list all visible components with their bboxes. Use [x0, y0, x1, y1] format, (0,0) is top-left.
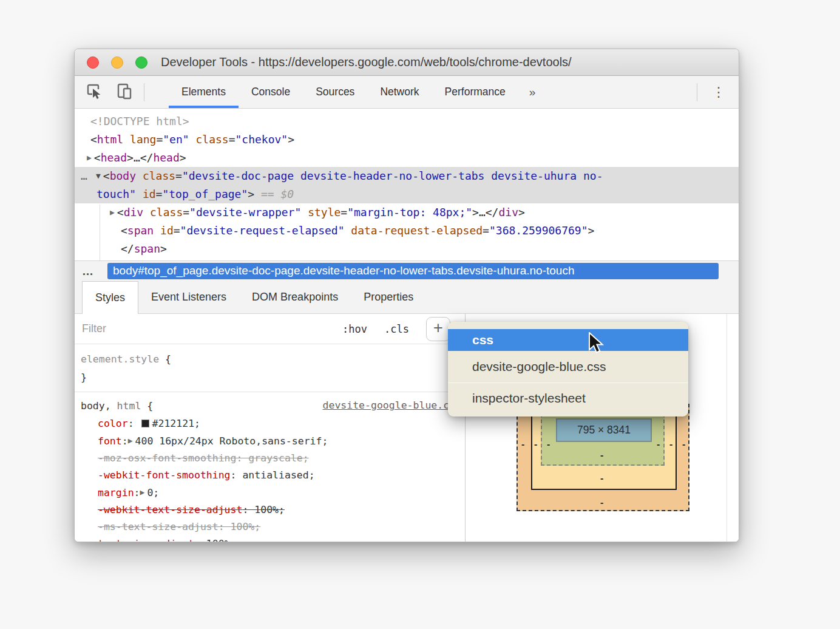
code-token: body,	[81, 400, 111, 412]
code-line[interactable]: <html lang="en" class="chekov">	[75, 131, 739, 149]
code-line[interactable]: margin:▶0;	[75, 484, 465, 501]
code-line[interactable]: ▶<ul class="kd-menulist devsite-hidden" …	[75, 258, 739, 260]
code-line[interactable]: -ms-text-size-adjust: 100%;	[75, 518, 465, 536]
minimize-button[interactable]	[111, 56, 123, 69]
tab-console[interactable]: Console	[239, 76, 303, 108]
code-token: "margin-top: 48px;"	[347, 206, 472, 219]
code-line[interactable]: ▼<body class="devsite-doc-page devsite-h…	[75, 167, 739, 185]
main-menu-button[interactable]: ⋮	[699, 76, 739, 108]
tab-dom-breakpoints[interactable]: DOM Breakpoints	[239, 281, 351, 313]
box-model-margin[interactable]: 795 × 8341 - - - - - - - - -	[517, 404, 689, 511]
element-style-rule[interactable]: element.style {}	[75, 344, 465, 392]
code-token: =	[183, 206, 189, 219]
breadcrumb: … body#top_of_page.devsite-doc-page.devs…	[75, 260, 739, 281]
menu-item-css[interactable]: css	[448, 329, 688, 351]
code-token: ▶	[128, 436, 135, 445]
margin-bottom-value[interactable]: -	[600, 500, 603, 506]
tab-network[interactable]: Network	[367, 76, 432, 108]
border-right-value[interactable]: -	[669, 441, 672, 447]
code-line[interactable]: -webkit-text-size-adjust: 100%;	[75, 501, 465, 518]
body-html-rule[interactable]: body, html { devsite-google-blue.css col…	[75, 392, 465, 542]
code-token	[136, 188, 143, 200]
code-token: "devsite-request-elapsed"	[180, 224, 345, 237]
code-line[interactable]: ▶<div class="devsite-wrapper" style="mar…	[75, 203, 739, 222]
code-line[interactable]: element.style {	[75, 350, 465, 369]
code-line[interactable]: }	[75, 369, 465, 387]
code-token: >	[127, 151, 134, 164]
kebab-menu-icon: ⋮	[712, 84, 725, 100]
breadcrumb-overflow-button[interactable]: …	[75, 265, 101, 278]
toggle-pseudo-class-button[interactable]: :hov	[342, 323, 367, 335]
box-model-border[interactable]: 795 × 8341	[531, 407, 677, 490]
filter-input[interactable]: Filter	[82, 322, 106, 335]
code-token: margin	[98, 487, 134, 498]
code-token	[123, 133, 130, 146]
gutter-ellipsis[interactable]: …	[81, 167, 87, 185]
margin-right-value[interactable]: -	[682, 441, 685, 447]
code-line[interactable]: </span>	[75, 240, 739, 258]
code-token: lang	[130, 133, 156, 146]
breadcrumb-selected-node[interactable]: body#top_of_page.devsite-doc-page.devsit…	[107, 263, 719, 279]
tab-properties[interactable]: Properties	[351, 281, 426, 313]
code-line[interactable]: color: #212121;	[75, 415, 465, 432]
tab-label: Event Listeners	[151, 291, 226, 304]
code-line[interactable]: text-size-adjust: 100%;	[75, 536, 465, 542]
close-button[interactable]	[87, 56, 99, 69]
plus-icon: +	[433, 320, 443, 336]
padding-right-value[interactable]: -	[657, 441, 660, 447]
margin-left-value[interactable]: -	[521, 441, 524, 447]
code-line[interactable]: -webkit-font-smoothing: antialiased;	[75, 467, 465, 484]
menu-item-devsite-google-blue[interactable]: devsite-google-blue.css	[448, 351, 688, 382]
inspect-element-button[interactable]	[83, 81, 105, 103]
code-token: >	[472, 206, 479, 219]
code-token	[301, 206, 308, 219]
code-token: <	[90, 133, 97, 146]
tab-styles[interactable]: Styles	[82, 281, 138, 314]
new-style-rule-button[interactable]: +	[426, 317, 450, 341]
device-toolbar-button[interactable]	[113, 81, 135, 103]
code-token: font	[98, 435, 122, 447]
elements-dom-tree[interactable]: <!DOCTYPE html><html lang="en" class="ch…	[75, 109, 739, 260]
code-token: >	[588, 224, 595, 237]
code-line[interactable]: -moz-osx-font-smoothing: grayscale;	[75, 450, 465, 467]
color-swatch	[141, 420, 149, 427]
panel-tabs: Elements Console Sources Network Perform…	[169, 76, 546, 108]
code-token: ▶	[140, 488, 147, 497]
code-token: }	[81, 372, 87, 383]
code-token: </	[121, 242, 134, 255]
border-left-value[interactable]: -	[534, 441, 537, 447]
code-token: </	[486, 206, 499, 219]
code-token: =	[156, 133, 163, 146]
code-line[interactable]: <!DOCTYPE html>	[75, 112, 739, 131]
window-title: Developer Tools - https://developers.goo…	[161, 55, 572, 69]
tab-sources[interactable]: Sources	[303, 76, 367, 108]
styles-pane: Filter :hov .cls + element.style {} body…	[75, 314, 466, 542]
padding-left-value[interactable]: -	[547, 441, 550, 447]
code-token: class	[143, 169, 175, 182]
styles-filter-bar: Filter :hov .cls +	[75, 314, 465, 344]
tab-elements[interactable]: Elements	[169, 76, 239, 108]
code-token: <	[117, 206, 124, 219]
zoom-button[interactable]	[135, 56, 147, 69]
code-token: id	[160, 224, 174, 237]
border-bottom-value[interactable]: -	[600, 475, 603, 481]
scrollbar-track[interactable]	[727, 314, 727, 542]
titlebar[interactable]: Developer Tools - https://developers.goo…	[75, 49, 739, 76]
tab-performance[interactable]: Performance	[432, 76, 518, 108]
chevron-double-right-icon: »	[529, 86, 536, 99]
more-tabs-button[interactable]: »	[518, 76, 547, 108]
code-line[interactable]: touch" id="top_of_page"> == $0	[75, 185, 739, 203]
code-token: 400 16px/24px Roboto,sans-serif;	[135, 435, 328, 447]
code-line[interactable]: font:▶400 16px/24px Roboto,sans-serif;	[75, 432, 465, 450]
padding-bottom-value[interactable]: -	[600, 452, 603, 458]
toggle-class-button[interactable]: .cls	[384, 323, 409, 335]
menu-item-inspector-stylesheet[interactable]: inspector-stylesheet	[448, 383, 688, 413]
code-token: >	[180, 151, 186, 164]
code-line[interactable]: <span id="devsite-request-elapsed" data-…	[75, 222, 739, 240]
tab-event-listeners[interactable]: Event Listeners	[138, 281, 239, 313]
code-token: body	[110, 169, 136, 182]
stylesheet-link[interactable]: devsite-google-blue.css	[323, 399, 461, 411]
code-line[interactable]: ▶<head>…</head>	[75, 149, 739, 167]
box-model-content[interactable]: 795 × 8341	[556, 418, 652, 442]
code-token: -webkit-text-size-adjust	[98, 504, 242, 515]
